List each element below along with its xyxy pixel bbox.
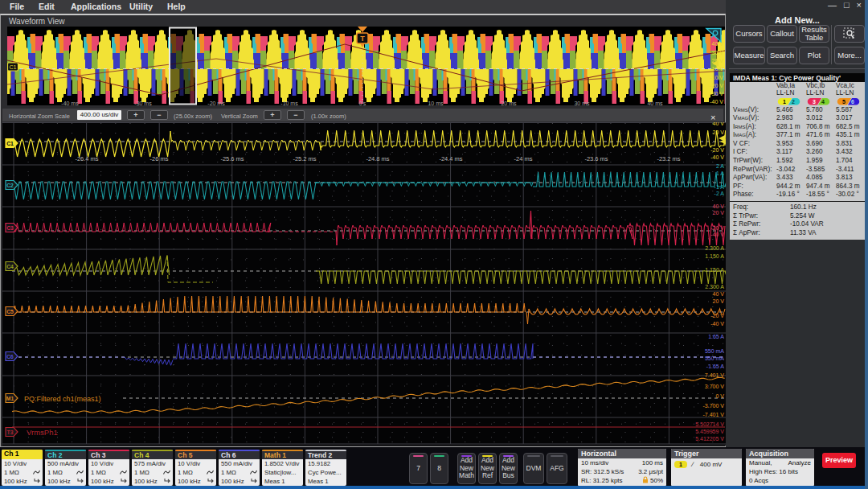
svg-text:-25.6 ms: -25.6 ms: [220, 155, 244, 162]
svg-text:1.150 A: 1.150 A: [705, 253, 724, 259]
svg-text:VrmsPh1: VrmsPh1: [27, 428, 58, 437]
svg-text:T: T: [360, 35, 365, 43]
svg-text:-20 V: -20 V: [710, 225, 724, 231]
svg-text:30 ms: 30 ms: [574, 101, 590, 105]
svg-text:10 V: 10 V: [712, 66, 724, 72]
svg-text:PQ:Filtered ch1(meas1): PQ:Filtered ch1(meas1): [24, 395, 101, 403]
svg-text:-25.2 ms: -25.2 ms: [293, 155, 316, 162]
svg-text:T3: T3: [7, 429, 14, 435]
svg-text:5.412205 V: 5.412205 V: [695, 436, 724, 442]
svg-text:-1.150 A: -1.150 A: [703, 267, 724, 273]
svg-text:C2: C2: [6, 183, 14, 188]
svg-text:-2 A: -2 A: [714, 191, 725, 196]
svg-text:-40 V: -40 V: [710, 99, 723, 105]
svg-text:-1 A: -1 A: [714, 184, 725, 190]
svg-text:30 V: 30 V: [712, 50, 724, 55]
svg-text:-40 V: -40 V: [710, 154, 724, 160]
svg-text:20 V: 20 V: [713, 129, 725, 135]
svg-text:3: 3: [813, 99, 816, 105]
svg-text:C4: C4: [6, 264, 14, 269]
svg-text:-20 V: -20 V: [710, 147, 724, 153]
svg-text:-24.4 ms: -24.4 ms: [439, 155, 462, 162]
svg-text:-23.2 ms: -23.2 ms: [657, 155, 680, 162]
svg-text:-20 V: -20 V: [710, 313, 724, 318]
svg-text:-24 ms: -24 ms: [514, 155, 533, 162]
svg-text:2 A: 2 A: [716, 163, 724, 169]
svg-text:550 mA: 550 mA: [705, 348, 724, 354]
svg-text:20 V: 20 V: [713, 298, 725, 304]
svg-text:0 V: 0 V: [715, 393, 724, 399]
svg-text:-3.700 V: -3.700 V: [703, 403, 725, 409]
svg-text:1: 1: [783, 99, 786, 105]
svg-text:C1: C1: [6, 141, 14, 146]
svg-text:40 V: 40 V: [712, 41, 724, 47]
svg-text:1 A: 1 A: [716, 171, 724, 176]
svg-text:6: 6: [851, 99, 854, 105]
svg-text:4: 4: [821, 99, 825, 105]
svg-text:-26.4 ms: -26.4 ms: [75, 155, 98, 162]
svg-text:-24.8 ms: -24.8 ms: [366, 155, 389, 162]
svg-text:-30 ms: -30 ms: [134, 101, 152, 105]
svg-text:40 V: 40 V: [713, 291, 725, 297]
svg-text:1.65 A: 1.65 A: [708, 334, 724, 339]
svg-text:-23.6 ms: -23.6 ms: [584, 155, 608, 162]
svg-text:2.300 A: 2.300 A: [705, 284, 724, 290]
svg-text:-10 ms: -10 ms: [280, 101, 298, 105]
svg-text:5: 5: [842, 99, 845, 105]
svg-text:-40 ms: -40 ms: [61, 101, 79, 105]
svg-text:40 V: 40 V: [713, 122, 725, 126]
svg-text:40 ms: 40 ms: [647, 101, 663, 105]
svg-text:C3: C3: [6, 225, 14, 231]
svg-text:550 mA: 550 mA: [705, 355, 724, 361]
svg-text:C6: C6: [6, 354, 14, 360]
svg-text:M1: M1: [6, 396, 14, 401]
svg-text:-30 V: -30 V: [710, 91, 723, 97]
svg-text:2.300 A: 2.300 A: [705, 245, 724, 251]
svg-text:-10 V: -10 V: [710, 75, 723, 80]
svg-text:-1.65 A: -1.65 A: [706, 364, 725, 369]
svg-text:0's: 0's: [359, 101, 366, 105]
svg-text:-20 V: -20 V: [710, 83, 723, 88]
svg-text:-40 V: -40 V: [710, 232, 724, 237]
svg-text:20 ms: 20 ms: [501, 101, 517, 105]
svg-text:3.700 V: 3.700 V: [705, 384, 724, 389]
svg-text:40 V: 40 V: [713, 203, 725, 209]
svg-text:2: 2: [792, 99, 795, 105]
svg-text:-20 ms: -20 ms: [207, 101, 225, 105]
svg-text:-40 V: -40 V: [710, 321, 724, 327]
svg-text:C5: C5: [6, 309, 14, 314]
svg-text:7.401 V: 7.401 V: [705, 372, 724, 378]
svg-text:10 ms: 10 ms: [428, 101, 444, 105]
svg-text:-7.401 V: -7.401 V: [703, 412, 725, 417]
svg-text:5.502714 V: 5.502714 V: [695, 421, 724, 427]
svg-text:20 V: 20 V: [713, 210, 725, 216]
svg-text:C1: C1: [10, 64, 17, 70]
svg-text:5.459959 V: 5.459959 V: [695, 429, 724, 434]
